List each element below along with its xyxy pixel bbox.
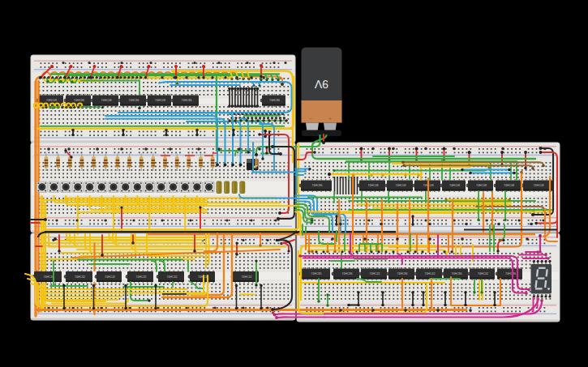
svg-text:−: − <box>310 116 313 122</box>
svg-text:74HC32: 74HC32 <box>241 275 251 279</box>
svg-text:74HC42: 74HC42 <box>424 272 435 275</box>
svg-text:74HC85: 74HC85 <box>311 272 321 275</box>
svg-text:74HC08: 74HC08 <box>101 99 111 102</box>
svg-text:74HC86: 74HC86 <box>397 272 407 275</box>
svg-text:74HC86: 74HC86 <box>128 99 139 102</box>
svg-text:74HC32: 74HC32 <box>43 275 54 279</box>
svg-text:9V: 9V <box>314 78 328 91</box>
svg-text:74HC08: 74HC08 <box>46 99 57 102</box>
svg-text:74HC86: 74HC86 <box>341 272 352 275</box>
svg-text:74HC08: 74HC08 <box>395 184 406 187</box>
svg-text:74HC86: 74HC86 <box>311 184 322 187</box>
svg-text:74HC86: 74HC86 <box>269 99 280 102</box>
svg-text:74HC42: 74HC42 <box>369 272 380 275</box>
svg-text:74HC32: 74HC32 <box>135 275 146 279</box>
svg-text:74HC08: 74HC08 <box>533 184 543 187</box>
svg-text:+: + <box>328 116 332 122</box>
svg-text:74HC86: 74HC86 <box>451 272 461 275</box>
svg-text:74HC42: 74HC42 <box>478 272 488 275</box>
svg-text:74HC86: 74HC86 <box>181 99 191 102</box>
svg-text:74HC08: 74HC08 <box>449 184 460 187</box>
svg-text:74HC08: 74HC08 <box>367 184 378 187</box>
svg-text:74HC32: 74HC32 <box>75 275 85 279</box>
svg-text:74HC32: 74HC32 <box>105 275 115 279</box>
svg-text:74HC86: 74HC86 <box>505 272 516 275</box>
svg-text:74HC08: 74HC08 <box>155 99 165 102</box>
svg-text:74HC08: 74HC08 <box>504 184 514 187</box>
svg-text:74HC86: 74HC86 <box>74 99 84 102</box>
svg-text:74HC32: 74HC32 <box>166 275 177 279</box>
svg-text:74HC08: 74HC08 <box>476 184 487 187</box>
